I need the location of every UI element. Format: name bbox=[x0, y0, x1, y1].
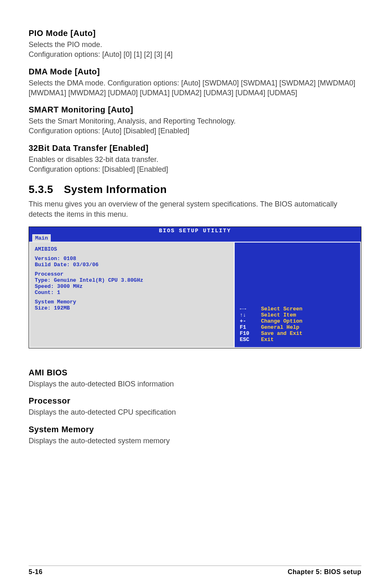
bios-tab-main: Main bbox=[32, 234, 51, 242]
bios-left-panel: AMIBIOS Version: 0108 Build Date: 03/03/… bbox=[29, 242, 235, 348]
help-text: Exit bbox=[261, 337, 273, 343]
help-text: Select Screen bbox=[261, 306, 302, 312]
help-text: Change Option bbox=[261, 319, 302, 325]
help-key: F1 bbox=[240, 325, 253, 331]
help-key: ↑↓ bbox=[240, 312, 253, 319]
text-system-memory: Displays the auto-detected system memory bbox=[29, 436, 361, 446]
heading-32bit-transfer: 32Bit Data Transfer [Enabled] bbox=[29, 144, 361, 153]
heading-smart-monitoring: SMART Monitoring [Auto] bbox=[29, 105, 361, 114]
help-key: ←→ bbox=[240, 306, 253, 312]
text-32bit-transfer: Enables or disables 32-bit data transfer… bbox=[29, 155, 361, 175]
text-system-information: This menu gives you an overview of the g… bbox=[29, 199, 361, 219]
help-key: ESC bbox=[240, 337, 253, 343]
section-title: System Information bbox=[64, 183, 167, 195]
bios-help-row: ←→Select Screen bbox=[240, 306, 355, 312]
bios-help-row: ESCExit bbox=[240, 337, 355, 343]
bios-amibios-label: AMIBIOS bbox=[35, 246, 229, 252]
bios-right-panel: ←→Select Screen ↑↓Select Item +-Change O… bbox=[235, 242, 361, 348]
bios-body: AMIBIOS Version: 0108 Build Date: 03/03/… bbox=[29, 242, 361, 348]
text-pio-mode: Selects the PIO mode. Configuration opti… bbox=[29, 40, 361, 60]
page-number: 5-16 bbox=[29, 568, 43, 576]
text-line: Sets the Smart Monitoring, Analysis, and… bbox=[29, 117, 236, 125]
heading-ami-bios: AMI BIOS bbox=[29, 368, 361, 377]
text-line: Enables or disables 32-bit data transfer… bbox=[29, 155, 158, 164]
help-key: F10 bbox=[240, 331, 253, 337]
bios-title: BIOS SETUP UTILITY bbox=[29, 228, 361, 234]
page-footer: 5-16 Chapter 5: BIOS setup bbox=[29, 566, 361, 576]
heading-pio-mode: PIO Mode [Auto] bbox=[29, 29, 361, 38]
section-number: 5.3.5 bbox=[29, 183, 53, 195]
text-line: Configuration options: [Auto] [Disabled]… bbox=[29, 127, 189, 135]
help-text: General Help bbox=[261, 325, 299, 331]
text-line: Configuration options: [Disabled] [Enabl… bbox=[29, 165, 168, 173]
heading-system-memory: System Memory bbox=[29, 425, 361, 434]
bios-help-block: ←→Select Screen ↑↓Select Item +-Change O… bbox=[240, 306, 355, 343]
text-dma-mode: Selects the DMA mode. Configuration opti… bbox=[29, 78, 361, 98]
text-line: Selects the PIO mode. bbox=[29, 40, 102, 49]
chapter-label: Chapter 5: BIOS setup bbox=[288, 568, 361, 576]
heading-system-information: 5.3.5System Information bbox=[29, 183, 361, 196]
text-ami-bios: Displays the auto-detected BIOS informat… bbox=[29, 379, 361, 389]
bios-help-row: F1General Help bbox=[240, 325, 355, 331]
help-text: Save and Exit bbox=[261, 331, 302, 337]
bios-version-block: Version: 0108 Build Date: 03/03/06 bbox=[35, 256, 229, 268]
bios-help-row: +-Change Option bbox=[240, 319, 355, 325]
bios-setup-screenshot: BIOS SETUP UTILITY Main AMIBIOS Version:… bbox=[29, 227, 361, 348]
bios-help-row: ↑↓Select Item bbox=[240, 312, 355, 319]
text-line: Configuration options: [Auto] [0] [1] [2… bbox=[29, 50, 173, 58]
bios-memory-block: System Memory Size: 192MB bbox=[35, 299, 229, 311]
help-text: Select Item bbox=[261, 312, 296, 319]
bios-processor-block: Processor Type: Genuine Intel(R) CPU 3.8… bbox=[35, 271, 229, 296]
bios-header: BIOS SETUP UTILITY Main bbox=[29, 227, 361, 242]
bios-help-row: F10Save and Exit bbox=[240, 331, 355, 337]
bios-shadow bbox=[29, 356, 361, 364]
text-processor: Displays the auto-detected CPU specifica… bbox=[29, 407, 361, 417]
text-smart-monitoring: Sets the Smart Monitoring, Analysis, and… bbox=[29, 116, 361, 136]
heading-dma-mode: DMA Mode [Auto] bbox=[29, 67, 361, 76]
heading-processor: Processor bbox=[29, 396, 361, 406]
help-key: +- bbox=[240, 319, 253, 325]
